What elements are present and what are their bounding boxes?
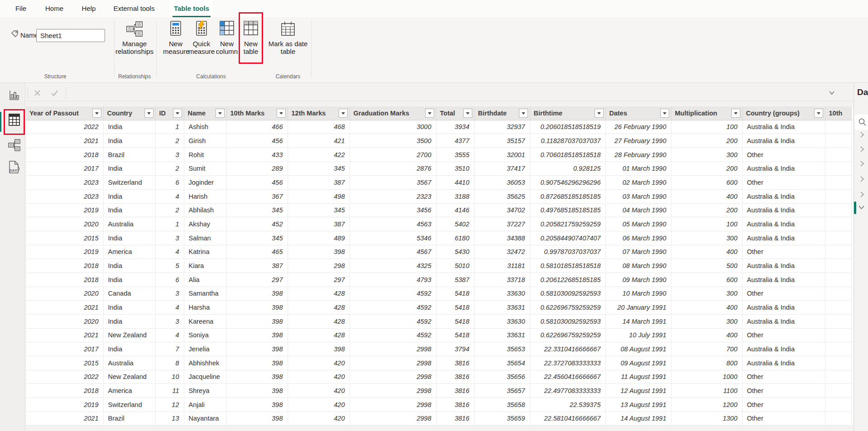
cell[interactable]: 0.706018518518518 [530, 148, 605, 162]
cell[interactable]: 22.539375 [530, 397, 605, 412]
column-header[interactable]: 10th [825, 106, 851, 120]
cell[interactable]: 0.622696759259259 [530, 301, 605, 315]
cell[interactable]: 398 [288, 342, 350, 356]
cell[interactable]: Other [742, 328, 825, 342]
cell[interactable]: 200 [671, 134, 742, 148]
field-expander-chevron-icon[interactable] [859, 160, 865, 168]
cell[interactable]: Jacqueline [184, 370, 226, 384]
cell[interactable] [825, 203, 851, 217]
cell[interactable]: 5418 [436, 287, 474, 301]
cell[interactable]: 3 [155, 148, 184, 162]
cell[interactable]: 3000 [350, 120, 436, 134]
cell[interactable]: 400 [671, 245, 742, 259]
cell[interactable]: Girish [184, 134, 226, 148]
cell[interactable] [825, 328, 851, 342]
cell[interactable]: 2323 [350, 189, 436, 203]
cell[interactable]: 1200 [671, 397, 742, 412]
cell[interactable]: 2022 [26, 370, 103, 384]
cell[interactable]: 2998 [350, 370, 436, 384]
cell[interactable]: 600 [671, 176, 742, 190]
cell[interactable]: America [103, 245, 155, 259]
cell[interactable]: 387 [288, 217, 350, 231]
cell[interactable]: 0.928125 [530, 162, 605, 176]
column-header[interactable]: Birthtime [530, 106, 605, 120]
cell[interactable]: 398 [288, 245, 350, 259]
cell[interactable]: 600 [671, 273, 742, 287]
cell[interactable]: 345 [226, 203, 288, 217]
cell[interactable]: Australia & India [742, 356, 825, 370]
cell[interactable]: 300 [671, 148, 742, 162]
cell[interactable]: 1100 [671, 384, 742, 398]
cell[interactable]: 03 March 1990 [605, 189, 671, 203]
filter-dropdown-button[interactable] [519, 109, 528, 118]
cell[interactable]: 0.206122685185185 [530, 273, 605, 287]
model-view-icon[interactable] [8, 139, 20, 153]
cell[interactable]: Abhilash [184, 203, 226, 217]
cell[interactable]: 35625 [474, 189, 530, 203]
field-expander-chevron-icon[interactable] [859, 146, 865, 154]
cell[interactable]: 4563 [350, 217, 436, 231]
cell[interactable]: 0.206018518518519 [530, 120, 605, 134]
cell[interactable]: 298 [288, 259, 350, 273]
cell[interactable]: 100 [671, 120, 742, 134]
cell[interactable]: 07 March 1990 [605, 245, 671, 259]
cell[interactable]: 0.118287037037037 [530, 134, 605, 148]
filter-dropdown-button[interactable] [144, 109, 153, 118]
cell[interactable]: 2021 [26, 412, 103, 426]
cell[interactable]: Australia & India [742, 273, 825, 287]
cell[interactable]: 289 [226, 162, 288, 176]
cell[interactable] [825, 273, 851, 287]
cell[interactable]: 466 [226, 120, 288, 134]
cell[interactable]: 11 August 1991 [605, 370, 671, 384]
cell[interactable]: Australia [103, 217, 155, 231]
cell[interactable]: 420 [288, 412, 350, 426]
cell[interactable]: Brazil [103, 148, 155, 162]
menu-external-tools[interactable]: External tools [109, 0, 159, 17]
column-header[interactable]: Year of Passout [26, 106, 103, 120]
cell[interactable]: 2022 [26, 120, 103, 134]
cell[interactable]: 398 [226, 314, 288, 328]
cell[interactable] [825, 231, 851, 245]
cell[interactable]: 300 [671, 287, 742, 301]
cell[interactable]: Shreya [184, 384, 226, 398]
cell[interactable]: 398 [226, 287, 288, 301]
cell[interactable]: 0.907546296296296 [530, 176, 605, 190]
cell[interactable]: 10 March 1990 [605, 287, 671, 301]
cell[interactable]: Australia & India [742, 134, 825, 148]
cell[interactable]: Canada [103, 287, 155, 301]
cell[interactable]: 2018 [26, 273, 103, 287]
cell[interactable]: 8 [155, 356, 184, 370]
cell[interactable]: 6 [155, 176, 184, 190]
cell[interactable]: 5418 [436, 314, 474, 328]
column-header[interactable]: Name [184, 106, 226, 120]
tab-table-tools[interactable]: Table tools [170, 0, 213, 17]
cell[interactable]: 35653 [474, 342, 530, 356]
cell[interactable]: 200 [671, 203, 742, 217]
cell[interactable]: 200 [671, 162, 742, 176]
cell[interactable]: 33630 [474, 314, 530, 328]
cell[interactable]: 6180 [436, 231, 474, 245]
cell[interactable]: India [103, 301, 155, 315]
cell[interactable]: 35658 [474, 397, 530, 412]
filter-dropdown-button[interactable] [814, 109, 823, 118]
cell[interactable]: Other [742, 148, 825, 162]
cell[interactable]: 2020 [26, 314, 103, 328]
cell[interactable]: Alia [184, 273, 226, 287]
cell[interactable]: 387 [288, 176, 350, 190]
cell[interactable]: 400 [671, 328, 742, 342]
cell[interactable]: Akshay [184, 217, 226, 231]
filter-dropdown-button[interactable] [216, 109, 225, 118]
cell[interactable]: 428 [288, 314, 350, 328]
cell[interactable]: Other [742, 176, 825, 190]
menu-help[interactable]: Help [79, 0, 99, 17]
cell[interactable]: 2020 [26, 287, 103, 301]
filter-dropdown-button[interactable] [173, 109, 182, 118]
cell[interactable]: 3500 [350, 134, 436, 148]
cell[interactable]: Australia & India [742, 301, 825, 315]
cell[interactable]: 5430 [436, 245, 474, 259]
cell[interactable]: 35656 [474, 370, 530, 384]
cell[interactable]: India [103, 189, 155, 203]
cell[interactable]: Salman [184, 231, 226, 245]
cell[interactable]: Ashish [184, 120, 226, 134]
cell[interactable]: 2998 [350, 397, 436, 412]
